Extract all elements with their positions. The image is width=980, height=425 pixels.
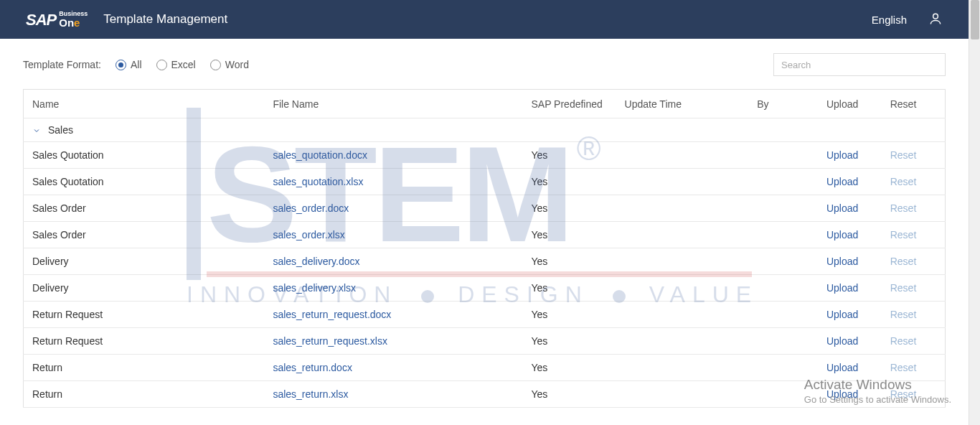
- col-header-by[interactable]: By: [748, 90, 818, 118]
- col-header-sap-predefined[interactable]: SAP Predefined: [522, 90, 616, 118]
- svg-point-0: [933, 14, 938, 19]
- logo-sap-text: SAP: [26, 12, 56, 28]
- file-link[interactable]: sales_return_request.docx: [273, 309, 391, 320]
- cell-file-name: sales_return_request.docx: [264, 302, 522, 328]
- radio-icon: [210, 60, 221, 70]
- cell-upload: Upload: [818, 195, 882, 222]
- cell-update-time: [616, 169, 749, 195]
- cell-name: Sales Order: [24, 195, 265, 222]
- col-header-name[interactable]: Name: [24, 90, 265, 118]
- upload-link[interactable]: Upload: [826, 149, 858, 161]
- cell-file-name: sales_delivery.xlsx: [264, 275, 522, 302]
- table-row: Sales Quotationsales_quotation.xlsxYesUp…: [24, 169, 946, 195]
- col-header-update-time[interactable]: Update Time: [616, 90, 749, 118]
- cell-file-name: sales_order.docx: [264, 195, 522, 222]
- table-row: Deliverysales_delivery.docxYesUploadRese…: [24, 248, 946, 275]
- cell-by: [748, 275, 818, 302]
- radio-word[interactable]: Word: [210, 59, 249, 70]
- cell-update-time: [616, 355, 749, 381]
- cell-file-name: sales_delivery.docx: [264, 248, 522, 275]
- templates-table: Name File Name SAP Predefined Update Tim…: [23, 89, 946, 408]
- reset-link[interactable]: Reset: [890, 335, 917, 347]
- col-header-file-name[interactable]: File Name: [264, 90, 522, 118]
- reset-link[interactable]: Reset: [890, 282, 917, 294]
- cell-name: Sales Order: [24, 222, 265, 248]
- cell-reset: Reset: [882, 275, 946, 302]
- logo-stack: Business One: [59, 11, 88, 28]
- reset-link[interactable]: Reset: [890, 309, 917, 320]
- cell-file-name: sales_return.docx: [264, 355, 522, 381]
- upload-link[interactable]: Upload: [826, 282, 858, 294]
- cell-file-name: sales_return_request.xlsx: [264, 328, 522, 355]
- radio-excel[interactable]: Excel: [156, 59, 196, 70]
- radio-icon: [156, 60, 167, 70]
- user-icon[interactable]: [928, 11, 943, 28]
- radio-icon: [116, 60, 126, 70]
- logo-one-text: One: [59, 17, 88, 28]
- cell-sap-predefined: Yes: [522, 302, 616, 328]
- cell-reset: Reset: [882, 142, 946, 169]
- radio-all[interactable]: All: [116, 59, 142, 70]
- search-input[interactable]: [773, 53, 946, 76]
- file-link[interactable]: sales_order.docx: [273, 202, 349, 214]
- upload-link[interactable]: Upload: [826, 388, 858, 400]
- file-link[interactable]: sales_return_request.xlsx: [273, 335, 387, 347]
- file-link[interactable]: sales_quotation.xlsx: [273, 176, 363, 187]
- cell-upload: Upload: [818, 142, 882, 169]
- upload-link[interactable]: Upload: [826, 176, 858, 187]
- table-row: Returnsales_return.xlsxYesUploadReset: [24, 381, 946, 408]
- col-header-reset[interactable]: Reset: [882, 90, 946, 118]
- file-link[interactable]: sales_return.docx: [273, 362, 352, 373]
- file-link[interactable]: sales_delivery.docx: [273, 256, 359, 267]
- cell-by: [748, 381, 818, 408]
- template-format-filter: Template Format: All Excel Word: [23, 59, 249, 70]
- cell-file-name: sales_order.xlsx: [264, 222, 522, 248]
- file-link[interactable]: sales_delivery.xlsx: [273, 282, 356, 294]
- upload-link[interactable]: Upload: [826, 202, 858, 214]
- upload-link[interactable]: Upload: [826, 256, 858, 267]
- cell-upload: Upload: [818, 302, 882, 328]
- group-row-sales[interactable]: Sales: [24, 118, 946, 142]
- cell-update-time: [616, 142, 749, 169]
- group-label: Sales: [48, 124, 73, 136]
- cell-update-time: [616, 328, 749, 355]
- upload-link[interactable]: Upload: [826, 229, 858, 240]
- reset-link[interactable]: Reset: [890, 256, 917, 267]
- cell-by: [748, 355, 818, 381]
- upload-link[interactable]: Upload: [826, 335, 858, 347]
- upload-link[interactable]: Upload: [826, 309, 858, 320]
- reset-link[interactable]: Reset: [890, 149, 917, 161]
- cell-by: [748, 142, 818, 169]
- vertical-scrollbar[interactable]: [969, 0, 980, 425]
- file-link[interactable]: sales_return.xlsx: [273, 388, 348, 400]
- app-header: SAP Business One Template Management Eng…: [0, 0, 969, 39]
- file-link[interactable]: sales_quotation.docx: [273, 149, 367, 161]
- table-header-row: Name File Name SAP Predefined Update Tim…: [24, 90, 946, 118]
- col-header-upload[interactable]: Upload: [818, 90, 882, 118]
- table-row: Sales Quotationsales_quotation.docxYesUp…: [24, 142, 946, 169]
- reset-link[interactable]: Reset: [890, 229, 917, 240]
- scrollbar-thumb[interactable]: [971, 0, 979, 39]
- cell-sap-predefined: Yes: [522, 195, 616, 222]
- header-right: English: [872, 11, 943, 28]
- page-title: Template Management: [103, 12, 227, 27]
- cell-upload: Upload: [818, 381, 882, 408]
- app-logo: SAP Business One: [26, 11, 88, 28]
- reset-link[interactable]: Reset: [890, 202, 917, 214]
- cell-reset: Reset: [882, 195, 946, 222]
- reset-link[interactable]: Reset: [890, 388, 917, 400]
- cell-by: [748, 302, 818, 328]
- reset-link[interactable]: Reset: [890, 362, 917, 373]
- cell-file-name: sales_quotation.docx: [264, 142, 522, 169]
- cell-name: Return: [24, 381, 265, 408]
- cell-sap-predefined: Yes: [522, 275, 616, 302]
- file-link[interactable]: sales_order.xlsx: [273, 229, 344, 240]
- table-row: Return Requestsales_return_request.docxY…: [24, 302, 946, 328]
- upload-link[interactable]: Upload: [826, 362, 858, 373]
- cell-update-time: [616, 381, 749, 408]
- cell-name: Sales Quotation: [24, 142, 265, 169]
- header-left: SAP Business One Template Management: [26, 11, 227, 28]
- language-selector[interactable]: English: [872, 14, 907, 26]
- reset-link[interactable]: Reset: [890, 176, 917, 187]
- cell-update-time: [616, 222, 749, 248]
